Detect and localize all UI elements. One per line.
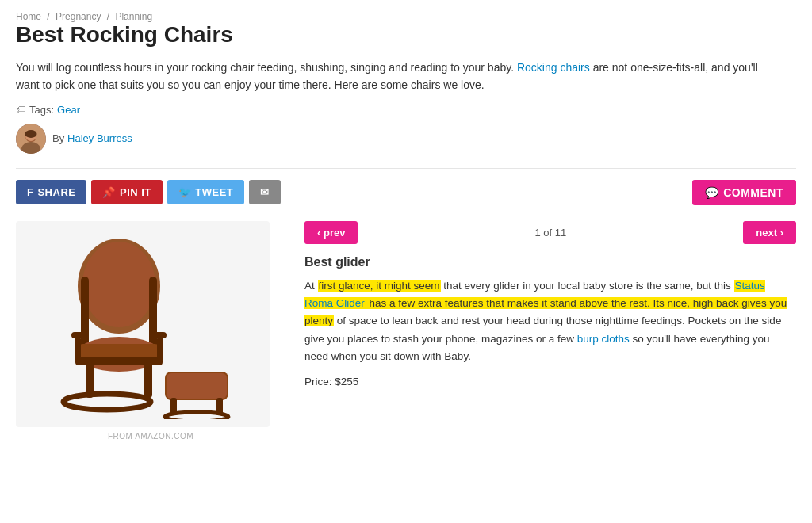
page-title: Best Rocking Chairs bbox=[16, 22, 796, 48]
svg-rect-23 bbox=[157, 337, 163, 361]
svg-rect-16 bbox=[167, 373, 227, 399]
twitter-share-button[interactable]: 🐦 TWEET bbox=[167, 180, 245, 204]
svg-point-6 bbox=[82, 242, 155, 327]
svg-rect-22 bbox=[75, 337, 81, 361]
page-count: 1 of 11 bbox=[534, 227, 566, 239]
content-area: FROM AMAZON.COM ‹ prev 1 of 11 next › Be… bbox=[16, 221, 796, 441]
svg-rect-13 bbox=[144, 362, 152, 398]
author-by-label: By bbox=[52, 132, 64, 144]
breadcrumb-pregnancy[interactable]: Pregnancy bbox=[56, 11, 101, 22]
next-button[interactable]: next › bbox=[743, 221, 796, 244]
comment-button[interactable]: 💬 COMMENT bbox=[692, 180, 796, 205]
facebook-icon: f bbox=[27, 186, 33, 198]
image-source-label: FROM AMAZON.COM bbox=[16, 432, 285, 441]
article-body: At first glance, it might seem that ever… bbox=[304, 277, 796, 391]
image-section: FROM AMAZON.COM bbox=[16, 221, 285, 441]
prev-button[interactable]: ‹ prev bbox=[304, 221, 358, 244]
article-section: ‹ prev 1 of 11 next › Best glider At fir… bbox=[304, 221, 796, 391]
breadcrumb-home[interactable]: Home bbox=[16, 11, 41, 22]
tag-gear-link[interactable]: Gear bbox=[57, 104, 80, 116]
product-image bbox=[16, 221, 270, 427]
tags-label: Tags: bbox=[29, 104, 54, 116]
comment-icon: 💬 bbox=[705, 186, 719, 199]
breadcrumb-planning[interactable]: Planning bbox=[115, 11, 152, 22]
divider bbox=[16, 168, 796, 169]
pinterest-icon: 📌 bbox=[102, 186, 116, 198]
price-label: Price: $255 bbox=[304, 373, 796, 391]
avatar bbox=[16, 124, 46, 154]
tags-row: 🏷 Tags: Gear bbox=[16, 104, 796, 116]
rocking-chairs-link[interactable]: Rocking chairs bbox=[517, 61, 590, 74]
pagination-bar: ‹ prev 1 of 11 next › bbox=[304, 221, 796, 244]
twitter-icon: 🐦 bbox=[178, 186, 192, 198]
email-icon: ✉ bbox=[260, 186, 270, 198]
facebook-share-button[interactable]: f SHARE bbox=[16, 180, 86, 204]
author-row: By Haley Burress bbox=[16, 124, 796, 154]
svg-point-4 bbox=[25, 130, 37, 138]
svg-point-19 bbox=[165, 412, 228, 419]
article-subtitle: Best glider bbox=[304, 255, 796, 269]
svg-point-14 bbox=[63, 394, 151, 410]
tag-icon: 🏷 bbox=[16, 104, 25, 115]
share-bar: f SHARE 📌 PIN IT 🐦 TWEET ✉ 💬 COMMENT bbox=[16, 180, 796, 205]
author-name-link[interactable]: Haley Burress bbox=[67, 132, 132, 144]
pinterest-share-button[interactable]: 📌 PIN IT bbox=[91, 180, 162, 204]
share-buttons: f SHARE 📌 PIN IT 🐦 TWEET ✉ bbox=[16, 180, 281, 204]
highlight-1: first glance, it might seem bbox=[318, 280, 441, 292]
email-share-button[interactable]: ✉ bbox=[249, 180, 281, 204]
breadcrumb: Home / Pregnancy / Planning bbox=[16, 10, 796, 22]
burp-cloths-link[interactable]: burp cloths bbox=[577, 333, 630, 345]
intro-text: You will log countless hours in your roc… bbox=[16, 59, 777, 94]
